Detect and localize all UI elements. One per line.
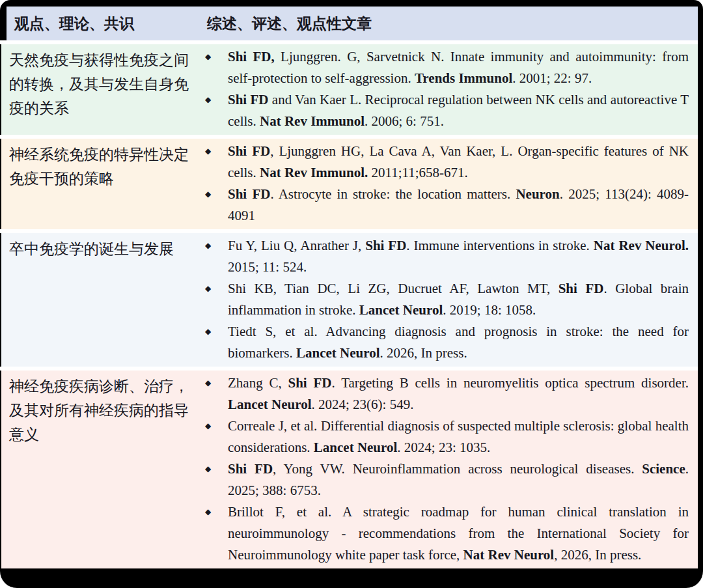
reference-item: ◆Tiedt S, et al. Advancing diagnosis and… — [197, 321, 689, 364]
reference-text: Shi FD, Ljunggren. G, Sarvetnick N. Inna… — [228, 46, 689, 89]
reference-text: Correale J, et al. Differential diagnosi… — [228, 415, 689, 458]
diamond-bullet-icon: ◆ — [197, 278, 228, 321]
topic-cell: 神经系统免疫的特异性决定免疫干预的策略 — [1, 139, 197, 229]
reference-item: ◆Shi KB, Tian DC, Li ZG, Ducruet AF, Law… — [197, 278, 689, 321]
reference-text: Fu Y, Liu Q, Anrather J, Shi FD. Immune … — [228, 235, 689, 278]
topic-cell: 神经免疫疾病诊断、治疗，及其对所有神经疾病的指导意义 — [1, 371, 197, 568]
table-body: 天然免疫与获得性免疫之间的转换，及其与发生自身免疫的关系◆Shi FD, Lju… — [0, 40, 703, 568]
diamond-bullet-icon: ◆ — [197, 501, 228, 566]
diamond-bullet-icon: ◆ — [197, 46, 228, 89]
diamond-bullet-icon: ◆ — [197, 141, 228, 184]
diamond-bullet-icon: ◆ — [197, 415, 228, 458]
reference-text: Zhang C, Shi FD. Targeting B cells in ne… — [228, 372, 689, 415]
reference-item: ◆Shi FD, Yong VW. Neuroinflammation acro… — [197, 458, 689, 501]
diamond-bullet-icon: ◆ — [197, 89, 228, 132]
reference-text: Shi FD, Yong VW. Neuroinflammation acros… — [228, 458, 689, 501]
reference-item: ◆Shi FD, Ljunggren. G, Sarvetnick N. Inn… — [197, 46, 689, 89]
references-cell: ◆Zhang C, Shi FD. Targeting B cells in n… — [197, 371, 698, 568]
reference-text: Shi FD and Van Kaer L. Reciprocal regula… — [228, 89, 689, 132]
reference-item: ◆Zhang C, Shi FD. Targeting B cells in n… — [197, 372, 689, 415]
reference-item: ◆Fu Y, Liu Q, Anrather J, Shi FD. Immune… — [197, 235, 689, 278]
table-row: 天然免疫与获得性免疫之间的转换，及其与发生自身免疫的关系◆Shi FD, Lju… — [1, 44, 698, 135]
reference-text: Brillot F, et al. A strategic roadmap fo… — [228, 501, 689, 566]
topic-cell: 卒中免疫学的诞生与发展 — [1, 233, 197, 367]
table-row: 神经系统免疫的特异性决定免疫干预的策略◆Shi FD, Ljunggren HG… — [1, 139, 698, 229]
header-articles-column: 综述、评述、观点性文章 — [197, 14, 698, 34]
diamond-bullet-icon: ◆ — [197, 321, 228, 364]
references-cell: ◆Fu Y, Liu Q, Anrather J, Shi FD. Immune… — [197, 233, 698, 367]
reference-table: 观点、理论、共识 综述、评述、观点性文章 天然免疫与获得性免疫之间的转换，及其与… — [0, 0, 703, 588]
topic-cell: 天然免疫与获得性免疫之间的转换，及其与发生自身免疫的关系 — [1, 44, 197, 135]
reference-text: Shi FD. Astrocyte in stroke: the locatio… — [228, 184, 689, 227]
diamond-bullet-icon: ◆ — [197, 184, 228, 227]
references-cell: ◆Shi FD, Ljunggren. G, Sarvetnick N. Inn… — [197, 44, 698, 135]
reference-item: ◆Correale J, et al. Differential diagnos… — [197, 415, 689, 458]
header-topic-column: 观点、理论、共识 — [7, 14, 197, 34]
reference-text: Shi FD, Ljunggren HG, La Cava A, Van Kae… — [228, 141, 689, 184]
reference-item: ◆Shi FD, Ljunggren HG, La Cava A, Van Ka… — [197, 141, 689, 184]
reference-item: ◆Shi FD. Astrocyte in stroke: the locati… — [197, 184, 689, 227]
table-row: 神经免疫疾病诊断、治疗，及其对所有神经疾病的指导意义◆Zhang C, Shi … — [1, 371, 698, 568]
diamond-bullet-icon: ◆ — [197, 372, 228, 415]
diamond-bullet-icon: ◆ — [197, 235, 228, 278]
diamond-bullet-icon: ◆ — [197, 458, 228, 501]
reference-text: Tiedt S, et al. Advancing diagnosis and … — [228, 321, 689, 364]
reference-item: ◆Shi FD and Van Kaer L. Reciprocal regul… — [197, 89, 689, 132]
reference-item: ◆Brillot F, et al. A strategic roadmap f… — [197, 501, 689, 566]
table-header: 观点、理论、共识 综述、评述、观点性文章 — [7, 7, 698, 40]
table-content: 观点、理论、共识 综述、评述、观点性文章 天然免疫与获得性免疫之间的转换，及其与… — [0, 7, 703, 568]
reference-text: Shi KB, Tian DC, Li ZG, Ducruet AF, Lawt… — [228, 278, 689, 321]
references-cell: ◆Shi FD, Ljunggren HG, La Cava A, Van Ka… — [197, 139, 698, 229]
table-row: 卒中免疫学的诞生与发展◆Fu Y, Liu Q, Anrather J, Shi… — [1, 233, 698, 367]
